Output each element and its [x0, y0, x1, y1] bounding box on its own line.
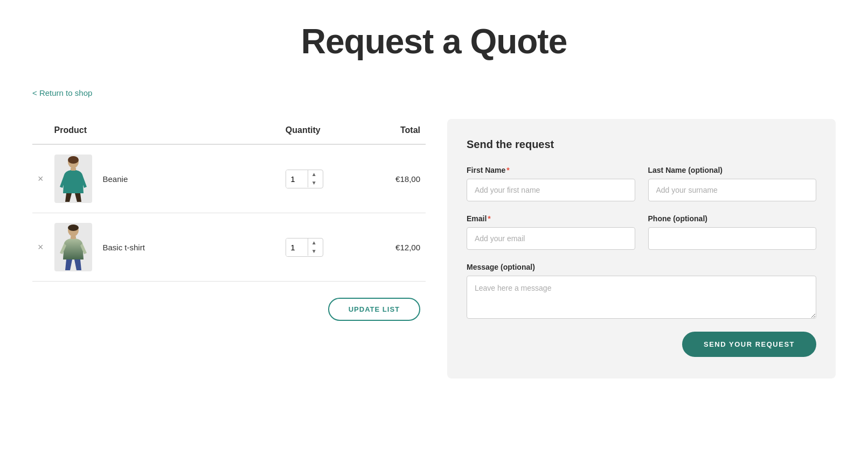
- quote-list: Product Quantity Total ×: [32, 119, 426, 321]
- total-cell-beanie: €18,00: [345, 144, 426, 213]
- col-header-quantity: Quantity: [280, 119, 345, 144]
- required-star-email: *: [488, 214, 490, 223]
- total-cell-tshirt: €12,00: [345, 213, 426, 282]
- svg-rect-2: [71, 167, 76, 171]
- form-group-phone: Phone (optional): [648, 214, 817, 250]
- request-form-panel: Send the request First Name* Last Name (…: [447, 119, 836, 378]
- product-image-beanie: [54, 155, 92, 203]
- quantity-input-tshirt[interactable]: [286, 238, 308, 256]
- form-row-contact: Email* Phone (optional): [467, 214, 816, 250]
- col-header-total: Total: [345, 119, 426, 144]
- qty-down-beanie[interactable]: ▼: [308, 179, 320, 187]
- main-content: Product Quantity Total ×: [32, 119, 836, 378]
- form-row-name: First Name* Last Name (optional): [467, 166, 816, 201]
- qty-up-tshirt[interactable]: ▲: [308, 238, 320, 247]
- svg-point-1: [68, 156, 79, 164]
- remove-item-beanie[interactable]: ×: [32, 144, 49, 213]
- product-image-tshirt: [54, 223, 92, 271]
- col-header-product: Product: [49, 119, 280, 144]
- quote-table: Product Quantity Total ×: [32, 119, 426, 282]
- qty-arrows-beanie: ▲ ▼: [308, 170, 320, 187]
- firstname-label: First Name*: [467, 166, 635, 174]
- send-request-row: SEND YOUR REQUEST: [467, 332, 816, 357]
- form-section-title: Send the request: [467, 138, 816, 151]
- phone-input[interactable]: [648, 227, 817, 250]
- lastname-label: Last Name (optional): [648, 166, 817, 174]
- svg-rect-5: [71, 236, 76, 239]
- message-textarea[interactable]: [467, 276, 816, 319]
- required-star-firstname: *: [506, 166, 509, 174]
- message-label: Message (optional): [467, 263, 816, 271]
- page-wrapper: Request a Quote < Return to shop Product…: [0, 0, 868, 422]
- send-request-button[interactable]: SEND YOUR REQUEST: [682, 332, 816, 357]
- lastname-input[interactable]: [648, 179, 817, 201]
- update-list-button[interactable]: UPDATE LIST: [328, 298, 420, 321]
- qty-down-tshirt[interactable]: ▼: [308, 247, 320, 256]
- form-group-firstname: First Name*: [467, 166, 635, 201]
- product-name-tshirt: Basic t-shirt: [103, 243, 145, 252]
- quantity-stepper-tshirt[interactable]: ▲ ▼: [286, 238, 323, 257]
- product-cell-beanie: Beanie: [49, 144, 280, 213]
- product-cell-tshirt: Basic t-shirt: [49, 213, 280, 282]
- form-group-message: Message (optional): [467, 263, 816, 319]
- page-title: Request a Quote: [32, 22, 836, 61]
- quantity-input-beanie[interactable]: [286, 170, 308, 188]
- firstname-input[interactable]: [467, 179, 635, 201]
- qty-arrows-tshirt: ▲ ▼: [308, 238, 320, 256]
- phone-label: Phone (optional): [648, 214, 817, 223]
- quantity-stepper-beanie[interactable]: ▲ ▼: [286, 170, 323, 188]
- update-list-row: UPDATE LIST: [32, 298, 426, 321]
- remove-item-tshirt[interactable]: ×: [32, 213, 49, 282]
- col-header-remove: [32, 119, 49, 144]
- qty-up-beanie[interactable]: ▲: [308, 170, 320, 179]
- quantity-cell-beanie: ▲ ▼: [280, 144, 345, 213]
- form-group-lastname: Last Name (optional): [648, 166, 817, 201]
- product-name-beanie: Beanie: [103, 174, 128, 184]
- form-group-email: Email*: [467, 214, 635, 250]
- request-form: First Name* Last Name (optional): [467, 166, 816, 357]
- table-row: ×: [32, 213, 426, 282]
- return-to-shop-link[interactable]: < Return to shop: [32, 88, 92, 97]
- quantity-cell-tshirt: ▲ ▼: [280, 213, 345, 282]
- table-row: ×: [32, 144, 426, 213]
- email-label: Email*: [467, 214, 635, 223]
- email-input[interactable]: [467, 227, 635, 250]
- svg-point-4: [68, 224, 79, 231]
